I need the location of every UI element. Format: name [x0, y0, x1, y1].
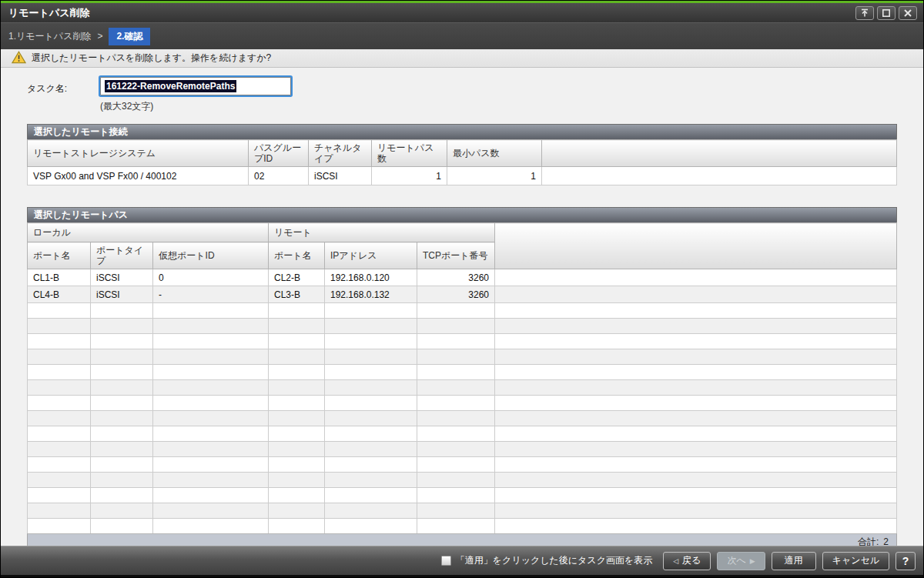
cell-min-path-count: 1 [447, 167, 542, 185]
remote-connections-section-header: 選択したリモート接続 [27, 124, 897, 139]
column-header-port-type: ポートタイプ [91, 242, 153, 269]
empty-row [28, 442, 897, 457]
next-button[interactable]: 次へ ▶ [717, 552, 765, 570]
column-header-virtual-port-id: 仮想ポートID [153, 242, 269, 269]
column-header-tcp-port: TCPポート番号 [417, 242, 495, 269]
show-task-screen-checkbox[interactable] [441, 556, 451, 566]
cell-port-type: iSCSI [91, 269, 153, 286]
breadcrumb-separator: > [97, 31, 102, 42]
empty-row [28, 503, 897, 519]
remote-paths-section-header: 選択したリモートパス [27, 207, 897, 222]
dialog-content: タスク名: 161222-RemoveRemotePaths (最大32文字) … [1, 68, 923, 546]
remote-connections-header-row: リモートストレージシステム パスグループID チャネルタイプ リモートパス数 最… [28, 140, 897, 167]
column-header-ip-address: IPアドレス [325, 242, 417, 269]
left-triangle-icon: ◁ [673, 557, 678, 565]
next-button-label: 次へ [727, 554, 745, 567]
remote-path-row: CL1-B iSCSI 0 CL2-B 192.168.0.120 3260 [28, 269, 897, 286]
cell-storage-system: VSP Gx00 and VSP Fx00 / 400102 [28, 167, 249, 185]
column-header-remote-path-count: リモートパス数 [372, 140, 447, 167]
remote-connection-row: VSP Gx00 and VSP Fx00 / 400102 02 iSCSI … [28, 167, 897, 185]
task-name-maxlength-hint: (最大32文字) [100, 100, 897, 113]
cell-port-type: iSCSI [91, 286, 153, 303]
right-triangle-icon: ▶ [750, 557, 755, 565]
close-icon [903, 8, 912, 18]
cell-virtual-port-id: - [153, 286, 269, 303]
cell-ip-address: 192.168.0.120 [325, 269, 417, 286]
detach-icon [860, 8, 869, 18]
remote-connections-table: リモートストレージシステム パスグループID チャネルタイプ リモートパス数 最… [27, 139, 897, 185]
group-header-local: ローカル [28, 223, 269, 242]
cell-remote-port: CL2-B [269, 269, 325, 286]
cancel-button[interactable]: キャンセル [822, 552, 889, 570]
table-total-bar: 合計: 2 [27, 533, 897, 546]
task-name-selected-text: 161222-RemoveRemotePaths [105, 80, 236, 92]
task-name-input[interactable]: 161222-RemoveRemotePaths [100, 77, 291, 95]
empty-row [28, 319, 897, 334]
maximize-button[interactable] [877, 6, 896, 20]
total-value: 2 [883, 536, 889, 546]
empty-row [28, 473, 897, 488]
show-task-screen-option[interactable]: 「適用」をクリックした後にタスク画面を表示 [441, 554, 652, 567]
maximize-icon [882, 8, 891, 18]
close-button[interactable] [899, 6, 917, 20]
remote-connections-section: 選択したリモート接続 リモートストレージシステム パスグループID チャネルタイ… [27, 124, 897, 185]
empty-row [28, 519, 897, 534]
dialog-window: リモートパス削除 1.リモートパス削除 > 2.確認 選択したリモートパスを削除… [0, 0, 924, 578]
column-header-filler [542, 140, 897, 167]
group-header-remote: リモート [269, 223, 495, 242]
remote-paths-table-body: CL1-B iSCSI 0 CL2-B 192.168.0.120 3260 C… [28, 269, 897, 534]
show-task-screen-label: 「適用」をクリックした後にタスク画面を表示 [456, 554, 652, 567]
total-label: 合計: [858, 536, 879, 546]
empty-row [28, 488, 897, 503]
cell-remote-path-count: 1 [372, 167, 447, 185]
cancel-button-label: キャンセル [832, 554, 879, 567]
column-header-remote-port-name: ポート名 [269, 242, 325, 269]
group-header-filler [495, 223, 897, 269]
breadcrumb: 1.リモートパス削除 > 2.確認 [1, 22, 923, 49]
remote-paths-table: ローカル リモート ポート名 ポートタイプ 仮想ポートID ポート名 IPアドレ… [27, 222, 897, 534]
empty-row [28, 396, 897, 411]
empty-row [28, 334, 897, 349]
column-header-storage-system: リモートストレージシステム [28, 140, 249, 167]
cell-tcp-port: 3260 [417, 286, 495, 303]
cell-local-port: CL4-B [28, 286, 91, 303]
window-controls [855, 6, 917, 20]
breadcrumb-step-2-badge: 2.確認 [109, 28, 150, 45]
bottom-edge [1, 575, 923, 577]
cell-path-group-id: 02 [249, 167, 309, 185]
cell-channel-type: iSCSI [309, 167, 372, 185]
column-header-local-port-name: ポート名 [28, 242, 91, 269]
empty-row [28, 457, 897, 473]
remote-connections-section-title: 選択したリモート接続 [34, 125, 127, 139]
warning-banner: 選択したリモートパスを削除します。操作を続けますか? [1, 49, 923, 68]
warning-icon [12, 51, 26, 66]
empty-row [28, 411, 897, 426]
remote-path-row: CL4-B iSCSI - CL3-B 192.168.0.132 3260 [28, 286, 897, 303]
cell-local-port: CL1-B [28, 269, 91, 286]
task-name-row: タスク名: 161222-RemoveRemotePaths [27, 77, 897, 95]
apply-button[interactable]: 適用 [772, 552, 816, 570]
empty-row [28, 303, 897, 319]
cell-ip-address: 192.168.0.132 [325, 286, 417, 303]
breadcrumb-step-1: 1.リモートパス削除 [8, 30, 91, 43]
help-button[interactable]: ? [896, 552, 916, 570]
dialog-title: リモートパス削除 [8, 6, 855, 20]
cell-virtual-port-id: 0 [153, 269, 269, 286]
question-mark-icon: ? [902, 555, 909, 567]
column-header-min-path-count: 最小パス数 [447, 140, 542, 167]
empty-row [28, 380, 897, 396]
empty-row [28, 365, 897, 380]
column-header-path-group-id: パスグループID [249, 140, 309, 167]
cell-filler [495, 269, 897, 286]
bottom-toolbar: 「適用」をクリックした後にタスク画面を表示 ◁ 戻る 次へ ▶ 適用 キャンセル… [1, 546, 923, 575]
column-header-channel-type: チャネルタイプ [309, 140, 372, 167]
cell-tcp-port: 3260 [417, 269, 495, 286]
detach-button[interactable] [855, 6, 874, 20]
back-button-label: 戻る [682, 554, 701, 567]
back-button[interactable]: ◁ 戻る [663, 552, 711, 570]
cell-remote-port: CL3-B [269, 286, 325, 303]
apply-button-label: 適用 [785, 554, 803, 567]
cell-filler [542, 167, 897, 185]
empty-row [28, 349, 897, 365]
remote-paths-section: 選択したリモートパス ローカル リモート ポート名 ポートタイプ [27, 207, 897, 546]
